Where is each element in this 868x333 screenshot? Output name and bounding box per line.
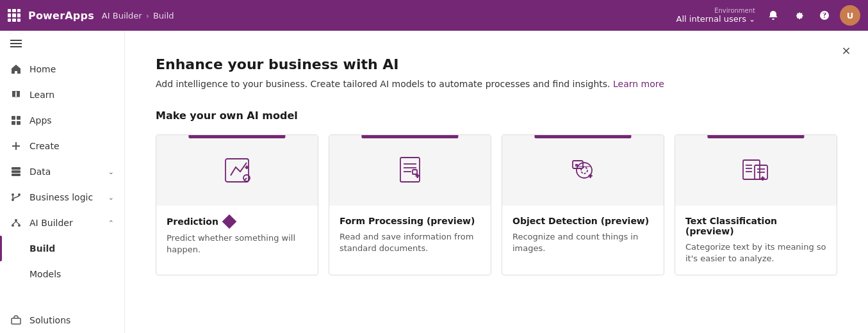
svg-rect-20 <box>12 318 20 324</box>
solutions-icon <box>10 314 22 326</box>
svg-rect-9 <box>12 174 20 176</box>
svg-point-17 <box>18 224 20 227</box>
svg-point-10 <box>12 193 14 196</box>
card-form-title: Form Processing (preview) <box>340 216 480 226</box>
card-object-detection[interactable]: + Object Detection (preview) Recognize a… <box>502 134 664 275</box>
breadcrumb-ai-builder[interactable]: AI Builder <box>102 11 142 20</box>
avatar[interactable]: U <box>840 5 860 26</box>
subtitle-text: Add intelligence to your business. Creat… <box>156 79 610 89</box>
business-logic-label: Business logic <box>29 192 101 202</box>
card-form-body: Form Processing (preview) Read and save … <box>329 206 491 264</box>
svg-rect-38 <box>743 160 760 179</box>
card-text-classification[interactable]: + Text Classification (preview) Categori… <box>675 134 837 275</box>
plus-icon <box>10 140 22 152</box>
svg-rect-21 <box>225 159 249 182</box>
learn-more-link[interactable]: Learn more <box>613 79 664 89</box>
card-prediction[interactable]: + Prediction Predict whether something w… <box>156 134 318 275</box>
ai-builder-submenu: Build Models <box>0 236 124 287</box>
card-text-title: Text Classification (preview) <box>685 216 826 236</box>
svg-line-18 <box>13 222 16 224</box>
learn-label: Learn <box>29 90 114 100</box>
sidebar-item-create[interactable]: Create <box>0 133 124 159</box>
svg-rect-5 <box>12 121 15 125</box>
svg-point-12 <box>12 199 14 201</box>
main-layout: Home Learn Apps Create Data ⌄ <box>0 31 868 333</box>
svg-text:+: + <box>589 173 592 179</box>
sidebar-toggle[interactable] <box>0 31 124 56</box>
svg-text:+: + <box>416 173 419 179</box>
models-label: Models <box>29 269 114 279</box>
solutions-label: Solutions <box>29 315 114 325</box>
breadcrumb: AI Builder › Build <box>102 11 174 20</box>
card-prediction-body: Prediction Predict whether something wil… <box>156 206 318 266</box>
data-icon <box>10 166 22 177</box>
env-label: Environment <box>714 7 755 14</box>
card-object-title: Object Detection (preview) <box>512 216 653 226</box>
sidebar-item-build[interactable]: Build <box>0 236 124 261</box>
environment-selector[interactable]: Environment All internal users ⌄ <box>676 7 755 24</box>
app-name: PowerApps <box>28 10 94 22</box>
card-form-desc: Read and save information from standard … <box>340 231 480 254</box>
sidebar-item-business-logic[interactable]: Business logic ⌄ <box>0 184 124 210</box>
card-text-desc: Categorize text by its meaning so it's e… <box>685 241 826 264</box>
page-title: Enhance your business with AI <box>156 56 837 72</box>
card-form-image: + <box>329 135 491 206</box>
close-button[interactable]: × <box>837 41 855 59</box>
ai-builder-label: AI Builder <box>29 218 101 228</box>
card-prediction-title: Prediction <box>167 216 307 227</box>
section-title: Make your own AI model <box>156 110 837 122</box>
create-label: Create <box>29 141 114 151</box>
home-icon <box>10 63 22 75</box>
svg-text:+: + <box>245 165 249 170</box>
chevron-down-icon: ⌄ <box>749 15 755 24</box>
svg-rect-0 <box>10 40 22 41</box>
prediction-badge <box>224 216 235 227</box>
sidebar-item-home[interactable]: Home <box>0 56 124 82</box>
sidebar-item-apps[interactable]: Apps <box>0 108 124 133</box>
settings-icon[interactable] <box>789 5 809 26</box>
svg-rect-1 <box>10 43 22 44</box>
card-text-body: Text Classification (preview) Categorize… <box>675 206 837 275</box>
card-form-processing[interactable]: + Form Processing (preview) Read and sav… <box>329 134 491 275</box>
breadcrumb-build: Build <box>153 11 174 20</box>
book-icon <box>10 89 22 101</box>
apps-icon <box>10 115 22 126</box>
data-label: Data <box>29 166 101 177</box>
card-object-body: Object Detection (preview) Recognize and… <box>502 206 664 264</box>
business-logic-chevron: ⌄ <box>108 193 114 202</box>
svg-rect-2 <box>10 46 22 47</box>
sidebar-item-solutions[interactable]: Solutions <box>0 307 124 333</box>
ai-icon <box>10 217 22 229</box>
svg-point-15 <box>15 219 17 222</box>
svg-rect-3 <box>12 116 15 120</box>
svg-point-16 <box>12 224 14 227</box>
sidebar-item-ai-builder[interactable]: AI Builder ⌃ <box>0 210 124 236</box>
card-object-image: + <box>502 135 664 206</box>
data-chevron: ⌄ <box>108 168 114 176</box>
bl-icon <box>10 191 22 203</box>
topbar-left: PowerApps AI Builder › Build <box>8 9 174 22</box>
svg-point-11 <box>18 193 20 196</box>
card-prediction-image: + <box>156 135 318 206</box>
sidebar-item-learn[interactable]: Learn <box>0 82 124 108</box>
sidebar-item-models[interactable]: Models <box>0 261 124 287</box>
content-area: × Enhance your business with AI Add inte… <box>125 31 868 333</box>
page-subtitle: Add intelligence to your business. Creat… <box>156 79 837 89</box>
svg-rect-8 <box>12 170 20 173</box>
svg-rect-4 <box>17 116 20 120</box>
svg-text:+: + <box>761 175 764 182</box>
notification-icon[interactable] <box>763 5 783 26</box>
card-object-desc: Recognize and count things in images. <box>512 231 653 254</box>
svg-line-23 <box>245 178 247 180</box>
breadcrumb-separator: › <box>146 11 149 20</box>
sidebar-item-data[interactable]: Data ⌄ <box>0 159 124 184</box>
sidebar: Home Learn Apps Create Data ⌄ <box>0 31 125 333</box>
svg-line-19 <box>16 222 19 224</box>
waffle-icon[interactable] <box>8 9 20 22</box>
topbar-right: Environment All internal users ⌄ U <box>676 5 860 26</box>
card-prediction-desc: Predict whether something will happen. <box>167 232 307 256</box>
env-value: All internal users <box>676 14 746 24</box>
help-icon[interactable] <box>814 5 835 26</box>
svg-rect-6 <box>17 121 20 125</box>
svg-line-14 <box>13 196 19 199</box>
